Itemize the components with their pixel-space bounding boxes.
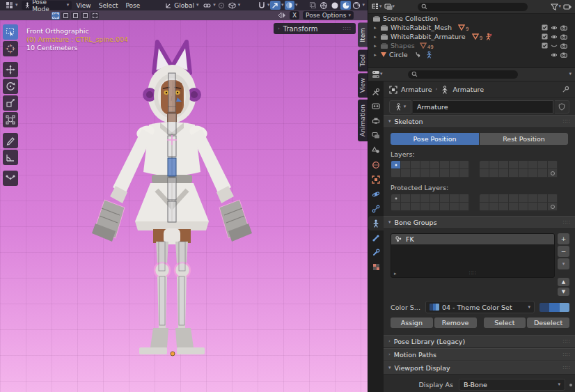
layer-cell[interactable] — [391, 169, 401, 178]
tab-output-properties[interactable] — [368, 113, 384, 128]
panel-drag-grip[interactable]: ∷∷ — [563, 352, 570, 358]
snap-toggle-button[interactable] — [256, 1, 267, 10]
tab-object-data-properties[interactable] — [368, 216, 384, 230]
layer-cell[interactable] — [391, 161, 401, 169]
layer-cell[interactable] — [548, 161, 558, 169]
tab-view[interactable]: View — [358, 73, 368, 97]
color-set-preview-bar[interactable] — [539, 303, 569, 312]
id-type-dropdown[interactable]: ▾ — [389, 100, 411, 113]
tweak-tool-button[interactable] — [3, 24, 18, 40]
layer-cell[interactable] — [411, 169, 420, 178]
cursor-tool-button[interactable] — [3, 41, 18, 56]
layer-cell[interactable] — [420, 203, 430, 211]
outliner-row-circle[interactable]: ▸ Circle — [368, 50, 575, 59]
layer-cell[interactable] — [509, 194, 519, 203]
transform-panel-header[interactable]: › Transform ∷∷ — [274, 23, 356, 34]
tab-viewlayer-properties[interactable] — [368, 128, 384, 143]
bone-groups-list[interactable]: FK ▸ ∷∷ — [391, 233, 555, 278]
exclude-checkbox[interactable] — [542, 33, 548, 40]
hide-eye-closed-icon[interactable] — [551, 43, 558, 49]
outliner-row-whiterabbit-mesh[interactable]: ▸ WhiteRabbit_Mesh 9 — [368, 23, 575, 32]
select-button[interactable]: Select — [484, 317, 526, 328]
layer-cell[interactable] — [548, 194, 558, 203]
layer-cell[interactable] — [519, 169, 528, 178]
panel-drag-grip[interactable]: ∷∷ — [563, 219, 570, 226]
layer-cell[interactable] — [548, 169, 558, 178]
selected-bone[interactable] — [168, 158, 176, 176]
layer-cell[interactable] — [401, 194, 411, 203]
layer-cell[interactable] — [450, 203, 459, 211]
pivot-point-button[interactable] — [227, 1, 237, 10]
deselect-button[interactable]: Deselect — [527, 317, 569, 328]
move-group-down-button[interactable]: ▼ — [558, 288, 569, 296]
layer-cell[interactable] — [519, 203, 528, 211]
rest-position-button[interactable]: Rest Position — [480, 133, 568, 145]
menu-pose[interactable]: Pose — [123, 2, 144, 9]
layer-cell[interactable] — [548, 203, 558, 211]
outliner-filter-type-button[interactable]: ▾ — [384, 3, 395, 10]
layer-cell[interactable] — [499, 161, 509, 169]
protected-grid-right[interactable] — [479, 194, 558, 212]
editor-type-button[interactable]: ▾ — [3, 1, 21, 10]
measure-tool-button[interactable] — [3, 150, 18, 165]
tab-scene-properties[interactable] — [368, 143, 384, 157]
properties-options-button[interactable]: ▾ — [569, 72, 572, 77]
layer-cell[interactable] — [538, 161, 548, 169]
id-name-field[interactable]: Armature — [413, 100, 553, 113]
remove-button[interactable]: Remove — [434, 317, 477, 328]
assign-button[interactable]: Assign — [391, 317, 433, 328]
new-collection-button[interactable] — [563, 3, 572, 10]
layer-cell[interactable] — [538, 194, 548, 203]
shading-material-button[interactable] — [340, 1, 351, 10]
layer-cell[interactable] — [401, 169, 411, 178]
remove-bone-group-button[interactable]: − — [558, 246, 569, 257]
layers-grid-left[interactable] — [391, 160, 470, 178]
shading-solid-button[interactable] — [330, 1, 340, 10]
hide-eye-icon[interactable] — [551, 52, 558, 58]
annotate-tool-button[interactable] — [3, 133, 18, 148]
layer-cell[interactable] — [420, 169, 430, 178]
pose-options-dropdown[interactable]: Pose Options ▾ — [303, 11, 354, 19]
shading-wireframe-button[interactable] — [319, 1, 329, 10]
scale-tool-button[interactable] — [3, 95, 18, 111]
pose-position-button[interactable]: Pose Position — [391, 133, 479, 145]
layer-cell[interactable] — [509, 203, 519, 211]
snap-with-button[interactable] — [270, 1, 281, 10]
disable-render-camera-icon[interactable] — [560, 52, 567, 58]
layer-cell[interactable] — [528, 203, 538, 211]
skeleton-panel-header[interactable]: ▾ Skeleton ∷∷ — [384, 115, 575, 128]
select-mode-intersect-button[interactable] — [90, 12, 99, 19]
layer-cell[interactable] — [509, 161, 519, 169]
move-group-up-button[interactable]: ▲ — [558, 278, 569, 286]
motion-paths-panel-header[interactable]: › Motion Paths ∷∷ — [384, 348, 575, 361]
overlays-button[interactable] — [285, 1, 295, 10]
proportional-editing-button[interactable] — [216, 1, 227, 10]
layer-cell[interactable] — [440, 161, 450, 169]
add-bone-group-button[interactable]: + — [558, 233, 569, 244]
layers-grid-right[interactable] — [479, 160, 558, 178]
color-set-dropdown[interactable]: 04 - Theme Color Set ▾ — [425, 301, 535, 313]
layer-cell[interactable] — [528, 169, 538, 178]
layer-cell[interactable] — [450, 161, 459, 169]
layer-cell[interactable] — [459, 161, 469, 169]
tab-item[interactable]: Item — [358, 23, 368, 47]
outliner-row-scene-collection[interactable]: Scene Collection — [368, 14, 575, 23]
tab-tool[interactable]: Tool — [358, 49, 368, 71]
layer-cell[interactable] — [538, 203, 548, 211]
outliner-search-field[interactable] — [418, 3, 528, 11]
menu-select[interactable]: Select — [95, 2, 122, 9]
layer-cell[interactable] — [538, 169, 548, 178]
layer-cell[interactable] — [391, 194, 401, 203]
panel-drag-grip[interactable]: ∷∷ — [563, 365, 570, 371]
list-resize-grip[interactable]: ∷∷ — [469, 270, 476, 276]
select-mode-new-button[interactable] — [52, 12, 60, 19]
tab-animation[interactable]: Animation — [358, 100, 368, 141]
layer-cell[interactable] — [420, 194, 430, 203]
layer-cell[interactable] — [391, 203, 401, 211]
layer-cell[interactable] — [411, 203, 420, 211]
layer-cell[interactable] — [499, 169, 509, 178]
select-mode-extend-button[interactable] — [61, 12, 70, 19]
layer-cell[interactable] — [489, 169, 499, 178]
hide-eye-icon[interactable] — [551, 25, 558, 31]
protected-grid-left[interactable] — [391, 194, 470, 212]
